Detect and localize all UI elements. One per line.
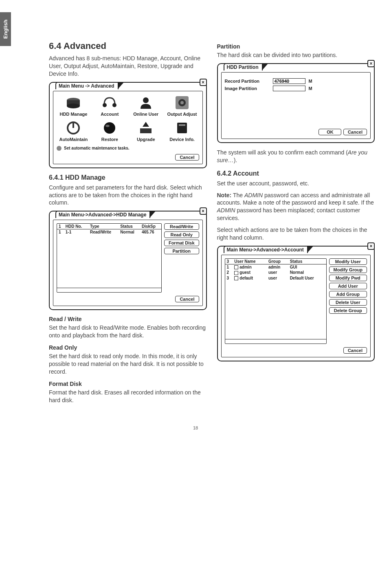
advanced-intro: Advanced has 8 sub-menus: HDD Manage, Ac… xyxy=(49,55,207,78)
dialog-title: Main Menu->Advanced->Account xyxy=(224,246,308,253)
close-icon[interactable]: × xyxy=(200,207,207,215)
menu-output-adjust[interactable]: Output Adjust xyxy=(165,95,199,117)
left-column: 6.4 Advanced Advanced has 8 sub-menus: H… xyxy=(49,41,207,408)
svg-rect-15 xyxy=(179,124,185,126)
heading-account: 6.4.2 Account xyxy=(217,170,375,177)
format-disk-button[interactable]: Format Disk xyxy=(164,240,199,246)
unit-m: M xyxy=(309,86,312,91)
svg-rect-13 xyxy=(140,128,152,133)
close-icon[interactable]: × xyxy=(367,60,375,67)
add-user-button[interactable]: Add User xyxy=(329,283,367,289)
checkbox-icon[interactable] xyxy=(234,271,238,275)
headset-icon xyxy=(101,95,118,110)
heading-hdd-manage: 6.4.1 HDD Manage xyxy=(49,174,207,181)
add-group-button[interactable]: Add Group xyxy=(329,291,367,297)
hdd-table-panel[interactable]: 1 HDD No. Type Status DiskSp 1 1-1 Read/… xyxy=(57,223,162,293)
menu-automaintain[interactable]: AutoMaintain xyxy=(57,121,90,142)
format-disk-text: Format the hard disk. Erases all recorde… xyxy=(49,389,207,404)
modify-group-button[interactable]: Modify Group xyxy=(329,266,367,273)
svg-point-11 xyxy=(104,122,115,134)
checkbox-icon[interactable] xyxy=(234,276,238,280)
hdd-text: Configure and set parameters for the har… xyxy=(49,184,207,207)
svg-rect-10 xyxy=(72,122,74,128)
partition-button[interactable]: Partition xyxy=(164,248,199,254)
delete-group-button[interactable]: Delete Group xyxy=(329,307,367,314)
checkbox-icon[interactable] xyxy=(234,265,238,269)
svg-point-5 xyxy=(143,97,149,103)
delete-user-button[interactable]: Delete User xyxy=(329,299,367,306)
account-note: Note: The ADMIN password can access and … xyxy=(217,192,375,222)
svg-point-4 xyxy=(112,103,116,107)
table-row[interactable]: 2 guest user Normal xyxy=(225,270,326,275)
cancel-button[interactable]: Cancel xyxy=(343,129,367,135)
account-text2: Select which actions are to be taken fro… xyxy=(217,226,375,242)
partition-text: The hard disk can be divided into two pa… xyxy=(217,51,375,59)
menu-label: Account xyxy=(101,112,119,117)
svg-point-2 xyxy=(67,104,80,108)
cancel-button[interactable]: Cancel xyxy=(175,154,199,161)
table-row[interactable]: 1 admin admin GUI xyxy=(225,264,326,270)
close-icon[interactable]: × xyxy=(367,242,375,250)
menu-label: Device Info. xyxy=(169,137,195,142)
dialog-title: HDD Partition xyxy=(224,63,263,70)
ok-button[interactable]: OK xyxy=(319,129,341,135)
right-column: Partition The hard disk can be divided i… xyxy=(217,41,375,408)
account-text1: Set the user account, password, etc. xyxy=(217,180,375,187)
image-partition-label: Image Partition xyxy=(225,86,270,91)
read-write-text: Set the hard disk to Read/Write mode. En… xyxy=(49,324,207,339)
close-icon[interactable]: × xyxy=(200,79,207,86)
read-only-text: Set the hard disk to read only mode. In … xyxy=(49,352,207,376)
account-table-panel[interactable]: 3 User Name Group Status 1 admin admin G… xyxy=(225,258,327,344)
read-only-heading: Read Only xyxy=(49,344,207,351)
svg-point-3 xyxy=(103,103,107,107)
table-header-row: 3 User Name Group Status xyxy=(225,259,326,264)
menu-upgrade[interactable]: Upgrade xyxy=(129,121,163,142)
cancel-button[interactable]: Cancel xyxy=(343,347,367,354)
menu-label: Output Adjust xyxy=(167,112,197,117)
menu-online-user[interactable]: Online User xyxy=(129,95,163,117)
menu-hdd-manage[interactable]: HDD Manage xyxy=(57,95,90,117)
confirm-text: The system will ask you to confirm each … xyxy=(217,149,375,164)
svg-point-12 xyxy=(105,125,110,127)
image-partition-input[interactable] xyxy=(273,86,305,91)
svg-point-8 xyxy=(180,101,184,104)
user-icon xyxy=(137,95,154,110)
read-write-button[interactable]: Read/Write xyxy=(164,223,199,230)
power-icon xyxy=(65,121,82,135)
advanced-dialog: Main Menu -> Advanced × HDD Manage Acco xyxy=(49,82,207,168)
page-number: 18 xyxy=(0,421,391,438)
svg-rect-14 xyxy=(177,123,187,133)
hdd-manage-dialog: Main Menu->Advanced->HDD Manage × 1 HDD … xyxy=(49,211,207,310)
read-write-heading: Read / Write xyxy=(49,316,207,322)
unit-m: M xyxy=(309,79,312,84)
info-icon xyxy=(57,146,62,151)
status-text: Set automatic maintenance tasks. xyxy=(64,146,130,150)
menu-restore[interactable]: Restore xyxy=(93,121,127,142)
format-disk-heading: Format Disk xyxy=(49,381,207,387)
record-partition-input[interactable] xyxy=(273,78,305,84)
dialog-title: Main Menu -> Advanced xyxy=(55,82,119,89)
menu-label: AutoMaintain xyxy=(59,137,88,142)
menu-account[interactable]: Account xyxy=(93,95,127,117)
menu-label: Upgrade xyxy=(137,137,155,142)
table-row[interactable]: 3 default user Default User xyxy=(225,275,326,281)
upgrade-icon xyxy=(137,121,154,135)
modify-user-button[interactable]: Modify User xyxy=(329,258,367,265)
cancel-button[interactable]: Cancel xyxy=(175,296,199,302)
menu-label: Online User xyxy=(133,112,158,117)
table-header-row: 1 HDD No. Type Status DiskSp xyxy=(57,224,161,229)
menu-label: Restore xyxy=(101,137,118,142)
gear-icon xyxy=(174,95,191,110)
menu-device-info[interactable]: Device Info. xyxy=(165,121,199,142)
dialog-title: Main Menu->Advanced->HDD Manage xyxy=(55,211,150,218)
modify-pwd-button[interactable]: Modify Pwd xyxy=(329,275,367,281)
table-row[interactable]: 1 1-1 Read/Write Normal 465.76 xyxy=(57,229,161,235)
read-only-button[interactable]: Read Only xyxy=(164,231,199,238)
menu-label: HDD Manage xyxy=(60,112,88,117)
hdd-icon xyxy=(65,95,82,110)
heading-advanced: 6.4 Advanced xyxy=(49,41,207,51)
partition-heading: Partition xyxy=(217,43,375,50)
language-tab: English xyxy=(0,12,11,46)
record-partition-label: Record Partition xyxy=(225,79,270,84)
account-dialog: Main Menu->Advanced->Account × 3 User Na… xyxy=(217,246,375,361)
